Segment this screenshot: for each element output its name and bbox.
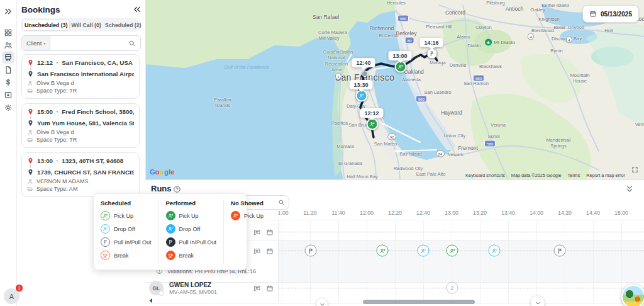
- double-chevron-right-icon: [4, 7, 13, 16]
- sidebar-item-vehicles[interactable]: [2, 51, 14, 64]
- stop-time-tooltip: 13:30: [349, 80, 372, 89]
- client-filter-dropdown[interactable]: Client ▾: [22, 36, 50, 50]
- booking-space-type: Space Type: TR: [36, 88, 77, 94]
- person-icon: [27, 178, 33, 184]
- timeline-marker-pullout[interactable]: [554, 245, 566, 257]
- booking-pickup: 12:12 · San Francisco, CA, USA: [37, 59, 133, 66]
- timeline-marker-pickup[interactable]: [447, 245, 458, 257]
- sidebar-item-billing[interactable]: [2, 76, 14, 89]
- booking-space-type: Space Type: AM: [36, 186, 77, 192]
- legend-item-label: Pull In/Pull Out: [179, 239, 217, 246]
- launcher-widget[interactable]: [621, 285, 644, 306]
- pullout-icon: [166, 237, 175, 247]
- booking-card[interactable]: 12:12 · San Francisco, CA, USASan Franci…: [21, 54, 140, 99]
- route-connector: [30, 116, 134, 119]
- collapse-runs-icon[interactable]: [625, 184, 634, 193]
- chevron-down-icon: ▾: [43, 41, 45, 45]
- sidebar-item-settings[interactable]: [2, 101, 14, 114]
- dollar-icon: [4, 78, 13, 87]
- sidebar-item-people[interactable]: [2, 39, 14, 52]
- bookings-title: Bookings: [21, 5, 60, 14]
- booking-space-type: Space Type: TR: [36, 137, 77, 143]
- attribution-link[interactable]: Keyboard shortcuts: [465, 173, 505, 178]
- legend-item: Break: [101, 251, 152, 260]
- pullout-icon: [557, 247, 563, 254]
- booking-client: Olive B Vega d: [36, 129, 74, 135]
- break-icon: [166, 251, 175, 260]
- legend-item-label: Break: [114, 252, 129, 259]
- date-picker-chip[interactable]: 05/13/2025: [582, 5, 639, 23]
- timeline-tick: 12:20: [388, 210, 402, 216]
- map-canvas[interactable]: San RafaelRichmondEl CerritoHerculesCort…: [146, 0, 644, 179]
- horizontal-scrollbar[interactable]: [363, 300, 475, 304]
- timeline-marker-cluster[interactable]: 2: [447, 282, 458, 294]
- driver-name: GWEN LOPEZ: [169, 281, 217, 289]
- expand-sidebar-button[interactable]: [2, 5, 14, 18]
- person-icon: [27, 129, 33, 135]
- timeline-marker-dropoff[interactable]: [489, 245, 501, 257]
- dropoff-pin-icon: [27, 169, 34, 176]
- booking-pickup: 15:00 · Fred Finch School, 3800, Coolidg…: [37, 108, 134, 115]
- stop-time-tooltip: 12:40: [352, 58, 375, 67]
- timeline-tick: 11:40: [331, 210, 345, 216]
- pullout-icon: [308, 247, 314, 254]
- pickup-icon: [449, 247, 455, 254]
- booking-pickup: 13:00 · 1323, 40TH ST, 94608: [37, 157, 123, 164]
- pickup-icon: [379, 247, 386, 254]
- collapse-panel-icon[interactable]: [133, 5, 142, 14]
- legend-column-title: No Showed: [231, 200, 264, 207]
- legend-column-performed: PerformedPick UpDrop OffPull In/Pull Out…: [158, 200, 224, 264]
- tab-will-call-0-[interactable]: Will Call (0): [69, 20, 103, 30]
- sidebar-item-import[interactable]: [2, 89, 14, 101]
- fullscreen-icon[interactable]: [631, 166, 638, 173]
- timeline-marker-pullout[interactable]: [305, 245, 317, 257]
- attribution-link[interactable]: Terms: [567, 173, 580, 178]
- tab-unscheduled-3-[interactable]: Unscheduled (3): [23, 20, 69, 30]
- attribution-link[interactable]: Map data ©2025 Google: [511, 173, 562, 178]
- stop-time-tooltip: 12:12: [360, 108, 383, 118]
- scroll-down-button[interactable]: [316, 298, 328, 306]
- driver-initials: GL: [153, 285, 160, 292]
- calendar-icon: [589, 10, 597, 18]
- tab-scheduled-2-[interactable]: Scheduled (2): [103, 20, 143, 30]
- bookings-search-input[interactable]: [50, 40, 128, 47]
- driver-avatar: GL: [149, 281, 164, 295]
- run-track: [279, 251, 644, 251]
- help-icon[interactable]: [173, 185, 181, 193]
- calendar-icon[interactable]: [266, 285, 274, 292]
- booking-client: Olive B Vega d: [36, 80, 74, 86]
- search-icon[interactable]: [128, 40, 136, 47]
- pickup-icon: [101, 211, 110, 220]
- map-stop-marker-dot[interactable]: [362, 71, 368, 77]
- bookings-filter: Client ▾: [21, 35, 141, 51]
- legend-item: Pick Up: [101, 211, 152, 220]
- timeline-marker-pickup[interactable]: [377, 245, 389, 257]
- booking-card[interactable]: 13:00 · 1323, 40TH ST, 946081739, CHURCH…: [21, 152, 140, 197]
- route-layer: [146, 0, 644, 179]
- legend-column-title: Scheduled: [101, 200, 152, 207]
- run-row-actions: [253, 285, 274, 292]
- legend-item-label: Drop Off: [179, 226, 201, 232]
- legend-popup: ScheduledPick UpDrop OffPull In/Pull Out…: [93, 193, 247, 270]
- legend-item-label: Pick Up: [244, 213, 264, 219]
- run-track: [279, 232, 644, 232]
- legend-item: Pull In/Pull Out: [166, 237, 217, 247]
- sidebar-item-dashboard[interactable]: [2, 26, 14, 39]
- person-icon: [27, 80, 33, 86]
- attribution-link[interactable]: Report a map error: [586, 173, 625, 178]
- timeline-marker-dropoff[interactable]: [418, 245, 430, 257]
- expand-rows-button[interactable]: [531, 296, 545, 306]
- pickup-pin-icon: [27, 157, 34, 164]
- search-icon[interactable]: [278, 199, 285, 206]
- sidebar-item-documents[interactable]: [2, 64, 14, 76]
- comment-icon[interactable]: [253, 285, 261, 292]
- booking-card[interactable]: 15:00 · Fred Finch School, 3800, Coolidg…: [21, 103, 140, 148]
- legend-item: Pick Up: [166, 211, 217, 220]
- map-stop-marker-pullout[interactable]: [427, 48, 438, 59]
- booking-dropoff: Yum Yum House, 581, Valencia St, San Fra…: [37, 120, 134, 127]
- person-plus-icon: [370, 122, 375, 127]
- client-filter-label: Client: [26, 40, 42, 47]
- scroll-left-icon[interactable]: [148, 297, 155, 304]
- legend-item-label: Pick Up: [179, 213, 199, 219]
- driver-row[interactable]: GL GWEN LOPEZ MV-AM-05, MV001: [149, 281, 217, 295]
